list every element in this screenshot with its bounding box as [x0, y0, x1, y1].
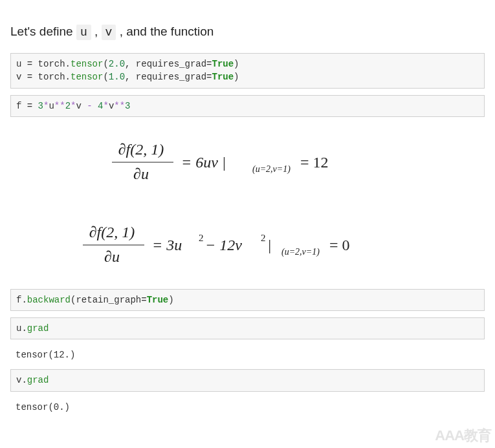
eq1-sub: (u=2,v=1): [252, 164, 291, 175]
eq2-rhs-d: = 0: [329, 237, 350, 253]
intro-sep1: ,: [94, 25, 102, 38]
code-cell-u-grad: u.grad: [10, 317, 485, 339]
eq1-rhs-a: = 6uv |: [181, 154, 226, 171]
intro-suffix: , and the function: [120, 25, 214, 38]
math-eq-df-dv: ∂f(2, 1) ∂u = 3u 2 − 12v 2 | (u=2,v=1) =…: [10, 206, 485, 289]
math-eq-df-du: ∂f(2, 1) ∂u = 6uv | (u=2,v=1) = 12: [10, 123, 485, 206]
eq2-rhs-c: |: [267, 237, 272, 253]
intro-text: Let's define u , v , and the function: [10, 23, 485, 41]
output-v-grad: tensor(0.): [10, 398, 485, 421]
eq2-rhs-a: = 3u: [152, 237, 182, 253]
intro-prefix: Let's define: [10, 25, 76, 38]
code-cell-v-grad: v.grad: [10, 369, 485, 391]
code-cell-backward: f.backward(retain_graph=True): [10, 289, 485, 311]
inline-code-u: u: [76, 25, 91, 40]
code-cell-define-f: f = 3*u**2*v - 4*v**3: [10, 95, 485, 117]
eq2-sup2: 2: [261, 233, 266, 243]
eq1-denominator: ∂u: [133, 165, 149, 182]
code-cell-define-uv: u = torch.tensor(2.0, requires_grad=True…: [10, 53, 485, 89]
eq2-denominator: ∂u: [104, 248, 120, 265]
eq2-numerator: ∂f(2, 1): [89, 224, 135, 240]
watermark: AAA教育: [435, 426, 491, 432]
eq2-rhs-b: − 12v: [205, 237, 242, 253]
eq1-numerator: ∂f(2, 1): [118, 141, 164, 158]
inline-code-v: v: [102, 25, 116, 40]
eq1-rhs-b: = 12: [300, 154, 329, 171]
eq2-sub: (u=2,v=1): [281, 247, 320, 257]
output-u-grad: tensor(12.): [10, 346, 485, 369]
eq2-sup1: 2: [199, 233, 204, 243]
